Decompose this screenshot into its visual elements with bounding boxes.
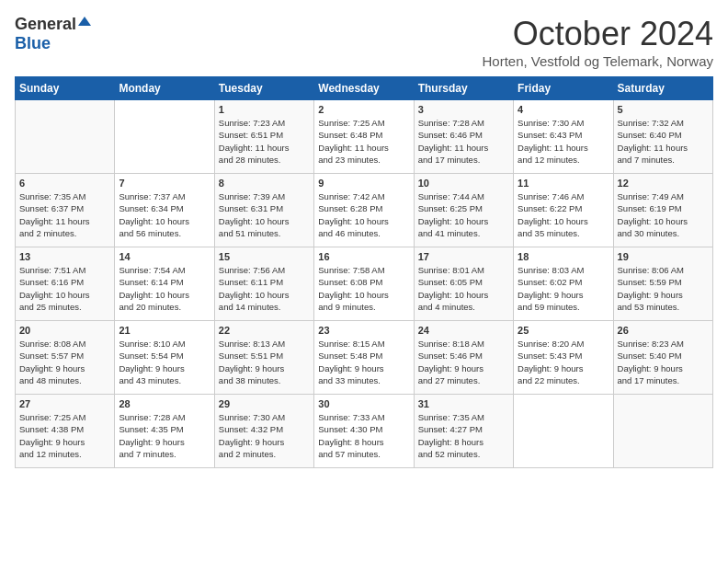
- day-number: 4: [518, 104, 609, 115]
- calendar-cell: 11Sunrise: 7:46 AM Sunset: 6:22 PM Dayli…: [514, 174, 613, 247]
- day-info: Sunrise: 8:03 AM Sunset: 6:02 PM Dayligh…: [518, 264, 609, 313]
- calendar-week-row: 6Sunrise: 7:35 AM Sunset: 6:37 PM Daylig…: [16, 174, 713, 247]
- day-info: Sunrise: 8:01 AM Sunset: 6:05 PM Dayligh…: [418, 264, 509, 313]
- calendar-week-row: 20Sunrise: 8:08 AM Sunset: 5:57 PM Dayli…: [16, 321, 713, 395]
- calendar-week-row: 27Sunrise: 7:25 AM Sunset: 4:38 PM Dayli…: [16, 395, 713, 468]
- calendar-cell: 15Sunrise: 7:56 AM Sunset: 6:11 PM Dayli…: [214, 247, 313, 321]
- day-info: Sunrise: 7:33 AM Sunset: 4:30 PM Dayligh…: [318, 411, 409, 460]
- location-subtitle: Horten, Vestfold og Telemark, Norway: [482, 53, 713, 69]
- logo-bird-icon: [78, 17, 91, 29]
- day-number: 27: [19, 398, 110, 409]
- day-info: Sunrise: 7:30 AM Sunset: 4:32 PM Dayligh…: [219, 411, 310, 460]
- calendar-cell: 2Sunrise: 7:25 AM Sunset: 6:48 PM Daylig…: [314, 100, 414, 174]
- calendar-cell: 25Sunrise: 8:20 AM Sunset: 5:43 PM Dayli…: [514, 321, 613, 395]
- calendar-cell: 18Sunrise: 8:03 AM Sunset: 6:02 PM Dayli…: [514, 247, 613, 321]
- page-header: General Blue October 2024 Horten, Vestfo…: [15, 15, 713, 69]
- day-number: 29: [219, 398, 310, 409]
- calendar-cell: 7Sunrise: 7:37 AM Sunset: 6:34 PM Daylig…: [115, 174, 214, 247]
- day-number: 22: [219, 325, 310, 336]
- day-number: 9: [318, 178, 409, 189]
- weekday-header-monday: Monday: [115, 77, 214, 100]
- day-info: Sunrise: 7:54 AM Sunset: 6:14 PM Dayligh…: [119, 264, 210, 313]
- calendar-week-row: 13Sunrise: 7:51 AM Sunset: 6:16 PM Dayli…: [16, 247, 713, 321]
- day-number: 16: [318, 251, 409, 262]
- weekday-header-friday: Friday: [514, 77, 613, 100]
- svg-marker-0: [78, 17, 91, 26]
- day-info: Sunrise: 7:25 AM Sunset: 6:48 PM Dayligh…: [318, 117, 409, 166]
- calendar-cell: 5Sunrise: 7:32 AM Sunset: 6:40 PM Daylig…: [613, 100, 712, 174]
- day-number: 21: [119, 325, 210, 336]
- calendar-cell: 28Sunrise: 7:28 AM Sunset: 4:35 PM Dayli…: [115, 395, 214, 468]
- day-info: Sunrise: 7:39 AM Sunset: 6:31 PM Dayligh…: [219, 190, 310, 239]
- calendar-cell: 3Sunrise: 7:28 AM Sunset: 6:46 PM Daylig…: [414, 100, 513, 174]
- calendar-cell: 10Sunrise: 7:44 AM Sunset: 6:25 PM Dayli…: [414, 174, 513, 247]
- calendar-week-row: 1Sunrise: 7:23 AM Sunset: 6:51 PM Daylig…: [16, 100, 713, 174]
- calendar-table: SundayMondayTuesdayWednesdayThursdayFrid…: [15, 76, 713, 468]
- calendar-cell: 24Sunrise: 8:18 AM Sunset: 5:46 PM Dayli…: [414, 321, 513, 395]
- month-title: October 2024: [482, 15, 713, 53]
- day-number: 30: [318, 398, 409, 409]
- weekday-header-tuesday: Tuesday: [214, 77, 313, 100]
- calendar-cell: [16, 100, 115, 174]
- logo-blue: Blue: [15, 34, 51, 52]
- day-info: Sunrise: 7:46 AM Sunset: 6:22 PM Dayligh…: [518, 190, 609, 239]
- calendar-cell: 16Sunrise: 7:58 AM Sunset: 6:08 PM Dayli…: [314, 247, 414, 321]
- day-info: Sunrise: 8:18 AM Sunset: 5:46 PM Dayligh…: [418, 338, 509, 386]
- calendar-cell: 19Sunrise: 8:06 AM Sunset: 5:59 PM Dayli…: [613, 247, 712, 321]
- day-info: Sunrise: 7:23 AM Sunset: 6:51 PM Dayligh…: [219, 117, 310, 166]
- day-info: Sunrise: 7:30 AM Sunset: 6:43 PM Dayligh…: [518, 117, 609, 166]
- day-info: Sunrise: 8:20 AM Sunset: 5:43 PM Dayligh…: [518, 338, 609, 386]
- day-number: 15: [219, 251, 310, 262]
- day-number: 12: [618, 178, 709, 189]
- day-number: 10: [418, 178, 509, 189]
- title-area: October 2024 Horten, Vestfold og Telemar…: [482, 15, 713, 69]
- weekday-header-thursday: Thursday: [414, 77, 513, 100]
- calendar-cell: 20Sunrise: 8:08 AM Sunset: 5:57 PM Dayli…: [16, 321, 115, 395]
- day-number: 8: [219, 178, 310, 189]
- day-info: Sunrise: 7:32 AM Sunset: 6:40 PM Dayligh…: [618, 117, 709, 166]
- calendar-cell: 29Sunrise: 7:30 AM Sunset: 4:32 PM Dayli…: [214, 395, 313, 468]
- day-info: Sunrise: 7:35 AM Sunset: 6:37 PM Dayligh…: [19, 190, 110, 239]
- calendar-cell: 1Sunrise: 7:23 AM Sunset: 6:51 PM Daylig…: [214, 100, 313, 174]
- weekday-header-saturday: Saturday: [613, 77, 712, 100]
- calendar-cell: 13Sunrise: 7:51 AM Sunset: 6:16 PM Dayli…: [16, 247, 115, 321]
- day-info: Sunrise: 7:42 AM Sunset: 6:28 PM Dayligh…: [318, 190, 409, 239]
- day-number: 31: [418, 398, 509, 409]
- day-number: 1: [219, 104, 310, 115]
- calendar-cell: [613, 395, 712, 468]
- day-number: 11: [518, 178, 609, 189]
- calendar-cell: 8Sunrise: 7:39 AM Sunset: 6:31 PM Daylig…: [214, 174, 313, 247]
- calendar-cell: 9Sunrise: 7:42 AM Sunset: 6:28 PM Daylig…: [314, 174, 414, 247]
- day-info: Sunrise: 8:08 AM Sunset: 5:57 PM Dayligh…: [19, 338, 110, 386]
- day-info: Sunrise: 7:49 AM Sunset: 6:19 PM Dayligh…: [618, 190, 709, 239]
- weekday-header-wednesday: Wednesday: [314, 77, 414, 100]
- day-info: Sunrise: 7:25 AM Sunset: 4:38 PM Dayligh…: [19, 411, 110, 460]
- calendar-cell: 22Sunrise: 8:13 AM Sunset: 5:51 PM Dayli…: [214, 321, 313, 395]
- day-number: 14: [119, 251, 210, 262]
- day-number: 17: [418, 251, 509, 262]
- calendar-cell: 26Sunrise: 8:23 AM Sunset: 5:40 PM Dayli…: [613, 321, 712, 395]
- day-number: 19: [618, 251, 709, 262]
- calendar-cell: 14Sunrise: 7:54 AM Sunset: 6:14 PM Dayli…: [115, 247, 214, 321]
- day-info: Sunrise: 8:13 AM Sunset: 5:51 PM Dayligh…: [219, 338, 310, 386]
- day-info: Sunrise: 7:28 AM Sunset: 6:46 PM Dayligh…: [418, 117, 509, 166]
- day-number: 24: [418, 325, 509, 336]
- calendar-cell: 6Sunrise: 7:35 AM Sunset: 6:37 PM Daylig…: [16, 174, 115, 247]
- calendar-cell: 12Sunrise: 7:49 AM Sunset: 6:19 PM Dayli…: [613, 174, 712, 247]
- calendar-cell: 30Sunrise: 7:33 AM Sunset: 4:30 PM Dayli…: [314, 395, 414, 468]
- calendar-cell: 31Sunrise: 7:35 AM Sunset: 4:27 PM Dayli…: [414, 395, 513, 468]
- day-number: 3: [418, 104, 509, 115]
- day-number: 26: [618, 325, 709, 336]
- day-info: Sunrise: 7:58 AM Sunset: 6:08 PM Dayligh…: [318, 264, 409, 313]
- day-info: Sunrise: 8:23 AM Sunset: 5:40 PM Dayligh…: [618, 338, 709, 386]
- day-number: 7: [119, 178, 210, 189]
- logo: General Blue: [15, 15, 91, 53]
- day-info: Sunrise: 7:35 AM Sunset: 4:27 PM Dayligh…: [418, 411, 509, 460]
- day-info: Sunrise: 7:28 AM Sunset: 4:35 PM Dayligh…: [119, 411, 210, 460]
- day-info: Sunrise: 7:56 AM Sunset: 6:11 PM Dayligh…: [219, 264, 310, 313]
- day-number: 2: [318, 104, 409, 115]
- day-info: Sunrise: 8:06 AM Sunset: 5:59 PM Dayligh…: [618, 264, 709, 313]
- day-number: 5: [618, 104, 709, 115]
- weekday-header-sunday: Sunday: [16, 77, 115, 100]
- day-info: Sunrise: 8:10 AM Sunset: 5:54 PM Dayligh…: [119, 338, 210, 386]
